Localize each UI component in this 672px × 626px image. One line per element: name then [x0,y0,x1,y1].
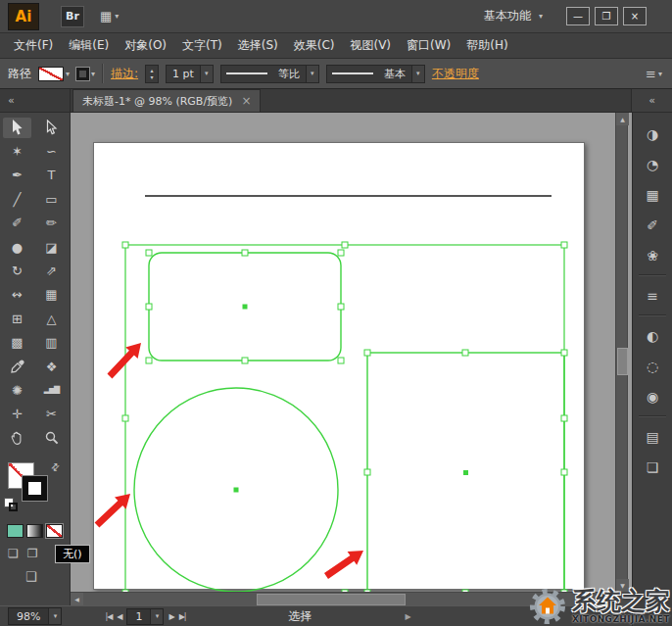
perspective-grid-tool[interactable]: △ [37,309,66,329]
stroke-color-dropdown[interactable]: ▾ [76,68,95,80]
menu-item-window[interactable]: 窗口(W) [399,33,458,58]
minimize-button[interactable]: — [566,7,590,25]
selection-handle[interactable] [146,304,152,310]
swatches-panel-icon[interactable]: ▦ [640,183,665,206]
layers-panel-icon[interactable]: ▤ [640,425,665,448]
selection-handle[interactable] [122,415,128,421]
brush-definition-combo[interactable]: 基本 ▾ [326,65,425,83]
line-segment-tool[interactable]: ╱ [3,189,31,210]
menu-item-file[interactable]: 文件(F) [6,33,61,58]
restore-button[interactable]: ❐ [595,7,618,25]
column-graph-tool[interactable]: ▂▅▇ [37,380,66,401]
selection-handle[interactable] [561,415,567,421]
menu-item-object[interactable]: 对象(O) [117,33,174,58]
menu-item-effect[interactable]: 效果(C) [286,33,343,58]
next-artboard-icon[interactable]: ▶ [168,612,173,621]
gradient-panel-icon[interactable]: ◐ [640,324,665,347]
selection-handle[interactable] [338,304,344,310]
dock-expand-icon[interactable]: « [631,89,672,112]
selection-handle[interactable] [338,250,344,256]
selection-handle[interactable] [122,242,128,248]
selection-handle[interactable] [242,250,248,256]
artboard-tool[interactable]: ✛ [3,404,31,424]
workspace-switcher[interactable]: 基本功能 ▾ [484,8,543,24]
symbol-sprayer-tool[interactable]: ✺ [3,380,31,401]
draw-inside-icon[interactable]: ❐ [27,547,38,560]
rotate-tool[interactable]: ↻ [3,261,31,281]
canvas-area[interactable]: ▲ ▼ ◀ ▶ [71,113,632,605]
selection-handle[interactable] [462,350,468,356]
screen-mode-icon[interactable]: ❑ [25,569,37,584]
zoom-level-combo[interactable]: 98% ▾ [8,607,62,625]
zoom-tool[interactable] [37,428,66,449]
center-point[interactable] [234,488,239,493]
width-profile-combo[interactable]: 等比 ▾ [220,65,319,83]
previous-artboard-icon[interactable]: ◀ [117,612,121,621]
scale-tool[interactable]: ⇗ [37,261,66,281]
selection-handle[interactable] [364,350,370,356]
status-flyout-icon[interactable]: ▶ [405,612,410,621]
hand-tool[interactable] [3,428,31,449]
scroll-left-icon[interactable]: ◀ [71,593,83,605]
mesh-tool[interactable]: ▩ [3,332,31,353]
blend-tool[interactable]: ❖ [37,357,66,377]
selection-handle[interactable] [342,242,348,248]
selection-handle[interactable] [561,242,567,248]
vertical-scrollbar[interactable]: ▲ ▼ [615,113,628,592]
bridge-icon[interactable]: Br [61,6,84,27]
selection-handle[interactable] [561,350,567,356]
symbols-panel-icon[interactable]: ❀ [640,244,665,266]
pencil-tool[interactable]: ✏ [37,213,66,233]
slice-tool[interactable]: ✂ [37,404,66,424]
gradient-tool[interactable]: ▥ [37,332,66,353]
menu-item-select[interactable]: 选择(S) [230,33,286,58]
appearance-panel-icon[interactable]: ◉ [640,385,665,408]
fill-color-dropdown[interactable]: ▾ [38,67,70,81]
tab-close-icon[interactable]: × [241,94,251,108]
selection-handle[interactable] [338,358,344,363]
selection-handle[interactable] [561,469,567,475]
stroke-panel-link[interactable]: 描边: [111,66,138,82]
vertical-scroll-thumb[interactable] [617,348,628,375]
chevron-down-icon[interactable]: ▾ [306,66,318,82]
selection-bounding-box[interactable] [125,245,564,593]
type-tool[interactable]: T [37,165,66,185]
stroke-weight-stepper[interactable]: ▴ ▾ [145,65,159,83]
blob-brush-tool[interactable]: ● [3,237,31,258]
menu-item-help[interactable]: 帮助(H) [458,33,515,58]
width-tool[interactable]: ↭ [3,284,31,305]
scroll-up-icon[interactable]: ▲ [616,113,629,125]
chevron-down-icon[interactable]: ▾ [48,608,61,624]
menu-item-view[interactable]: 视图(V) [342,33,399,58]
selection-handle[interactable] [364,469,370,475]
color-guide-panel-icon[interactable]: ◔ [640,153,665,175]
color-panel-icon[interactable]: ◑ [640,122,665,145]
pen-tool[interactable]: ✒ [3,165,31,185]
selection-handle[interactable] [146,250,152,256]
swap-fill-stroke-icon[interactable]: ⇄ [48,460,62,474]
selection-tool[interactable] [3,118,31,138]
close-button[interactable]: × [623,7,647,25]
stroke-panel-icon[interactable]: ≡ [640,284,665,307]
last-artboard-icon[interactable]: ▶| [179,612,186,621]
stroke-weight-combo[interactable]: 1 pt ▾ [166,65,214,83]
stroke-color-indicator[interactable] [23,476,47,501]
document-tab[interactable]: 未标题-1* @ 98% (RGB/预览) × [72,89,261,112]
default-fill-stroke-icon[interactable] [4,498,20,513]
lasso-tool[interactable]: ∽ [37,141,66,162]
opacity-panel-link[interactable]: 不透明度 [432,66,479,82]
free-transform-tool[interactable]: ▦ [37,284,66,305]
horizontal-scroll-thumb[interactable] [257,594,406,605]
chevron-down-icon[interactable]: ▾ [150,609,163,624]
center-point[interactable] [243,305,248,310]
color-button[interactable] [7,524,24,538]
magic-wand-tool[interactable]: ✶ [3,141,31,162]
menu-item-edit[interactable]: 编辑(E) [61,33,117,58]
brushes-panel-icon[interactable]: ✐ [640,214,665,236]
stepper-down-icon[interactable]: ▾ [151,73,154,80]
direct-selection-tool[interactable] [37,118,66,138]
center-point[interactable] [463,470,468,475]
selection-handle[interactable] [146,358,152,363]
transparency-panel-icon[interactable]: ◌ [640,355,665,377]
selection-handle[interactable] [242,358,248,363]
